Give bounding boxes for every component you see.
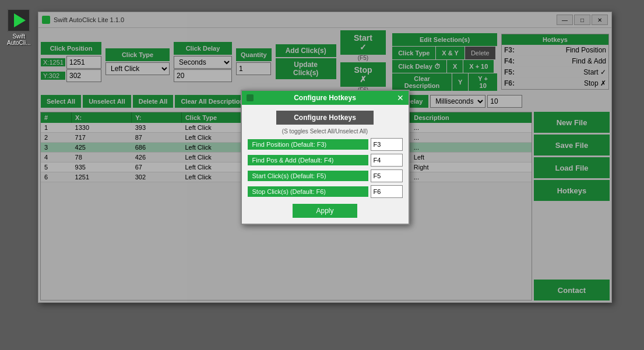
modal-hotkey-config-row: Find Pos & Add (Default: F4) [248,154,403,167]
modal-hotkey-label: Start Click(s) (Default: F5) [248,171,368,181]
modal-hotkey-input[interactable] [371,138,403,151]
modal-hotkey-config-row: Find Position (Default: F3) [248,138,403,151]
modal-header-button[interactable]: Configure Hotkeys [276,111,374,125]
main-window: Swift AutoClick Lite 1.1.0 — □ ✕ Click P… [38,12,612,303]
modal-hotkey-rows: Find Position (Default: F3) Find Pos & A… [248,138,403,198]
modal-subtitle: (S toggles Select All/Unselect All) [282,128,368,135]
modal-hotkey-label: Find Position (Default: F3) [248,139,368,150]
modal-hotkey-config-row: Stop Click(s) (Default: F6) [248,185,403,198]
modal-hotkey-input[interactable] [371,185,403,198]
app-icon [7,9,30,32]
desktop-icon-label: SwiftAutoCli... [7,33,31,46]
modal-title: Configure Hotkeys [294,94,356,102]
configure-hotkeys-modal: Configure Hotkeys ✕ Configure Hotkeys (S… [241,90,410,225]
modal-titlebar: Configure Hotkeys ✕ [242,91,409,105]
modal-body: Configure Hotkeys (S toggles Select All/… [242,105,409,224]
modal-hotkey-label: Find Pos & Add (Default: F4) [248,155,368,165]
modal-overlay: Configure Hotkeys ✕ Configure Hotkeys (S… [38,12,611,302]
modal-hotkey-config-row: Start Click(s) (Default: F5) [248,169,403,182]
modal-hotkey-label: Stop Click(s) (Default: F6) [248,186,368,197]
modal-apply-button[interactable]: Apply [293,204,357,218]
play-icon [14,13,26,27]
modal-icon [247,94,254,101]
modal-close-button[interactable]: ✕ [397,93,404,102]
modal-hotkey-input[interactable] [371,154,403,167]
modal-hotkey-input[interactable] [371,169,403,182]
desktop-icon[interactable]: SwiftAutoCli... [7,9,31,46]
